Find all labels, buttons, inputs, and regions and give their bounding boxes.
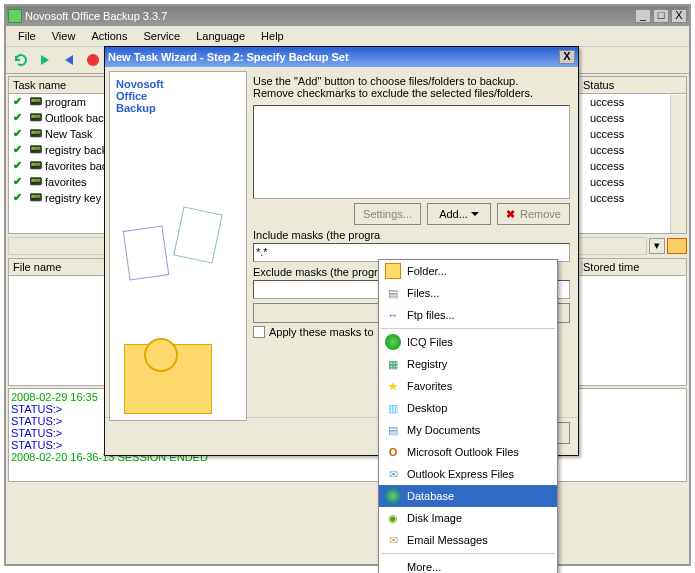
instruction-text: Use the "Add" button to choose files/fol… <box>253 75 570 99</box>
scrollbar[interactable] <box>670 95 686 233</box>
check-icon: ✔ <box>13 175 27 189</box>
title-bar: Novosoft Office Backup 3.3.7 _ □ X <box>6 6 689 26</box>
menu-ftp[interactable]: Ftp files... <box>379 304 557 326</box>
menu-mydoc[interactable]: My Documents <box>379 419 557 441</box>
dialog-title-bar: New Task Wizard - Step 2: Specify Backup… <box>105 47 578 67</box>
stop-icon[interactable] <box>82 49 104 71</box>
menu-label: Microsoft Outlook Files <box>407 446 519 458</box>
menu-label: ICQ Files <box>407 336 453 348</box>
fav-icon <box>385 378 401 394</box>
menu-label: Favorites <box>407 380 452 392</box>
menu-language[interactable]: Language <box>188 28 253 44</box>
disk-icon <box>385 510 401 526</box>
desk-icon <box>385 400 401 416</box>
menu-file[interactable]: File <box>10 28 44 44</box>
include-label: Include masks (the progra <box>253 229 570 241</box>
pager-icon: 📟 <box>29 175 43 189</box>
col-taskname[interactable]: Task name <box>13 79 105 91</box>
menu-fav[interactable]: Favorites <box>379 375 557 397</box>
ftp-icon <box>385 307 401 323</box>
menu-disk[interactable]: Disk Image <box>379 507 557 529</box>
paper-icon <box>173 206 223 263</box>
add-button[interactable]: Add... <box>427 203 491 225</box>
files-icon <box>385 285 401 301</box>
check-icon: ✔ <box>13 143 27 157</box>
menu-desk[interactable]: Desktop <box>379 397 557 419</box>
pager-icon: 📟 <box>29 143 43 157</box>
brand-text: Novosoft Office Backup <box>110 72 246 120</box>
check-icon: ✔ <box>13 159 27 173</box>
icq-icon <box>385 334 401 350</box>
menu-label: Disk Image <box>407 512 462 524</box>
menu-reg[interactable]: Registry <box>379 353 557 375</box>
check-icon: ✔ <box>13 127 27 141</box>
menu-label: Database <box>407 490 454 502</box>
check-icon: ✔ <box>13 191 27 205</box>
paper-icon <box>123 225 170 280</box>
dialog-title: New Task Wizard - Step 2: Specify Backup… <box>108 51 557 63</box>
menu-view[interactable]: View <box>44 28 84 44</box>
dialog-close-button[interactable]: X <box>559 50 575 64</box>
task-status: uccess <box>590 160 682 172</box>
forward-icon[interactable] <box>34 49 56 71</box>
branding-panel: Novosoft Office Backup <box>109 71 247 421</box>
mydoc-icon <box>385 422 401 438</box>
backup-set-list[interactable] <box>253 105 570 199</box>
folder-icon <box>385 263 401 279</box>
refresh-icon[interactable] <box>10 49 32 71</box>
menu-label: Outlook Express Files <box>407 468 514 480</box>
email-icon <box>385 532 401 548</box>
settings-button[interactable]: Settings... <box>354 203 421 225</box>
task-status: uccess <box>590 192 682 204</box>
menu-files[interactable]: Files... <box>379 282 557 304</box>
remove-button[interactable]: ✖Remove <box>497 203 570 225</box>
window-title: Novosoft Office Backup 3.3.7 <box>25 10 633 22</box>
maximize-button[interactable]: □ <box>653 9 669 23</box>
close-button[interactable]: X <box>671 9 687 23</box>
check-icon: ✔ <box>13 95 27 109</box>
menu-label: Files... <box>407 287 439 299</box>
menu-more[interactable]: More... <box>379 556 557 573</box>
menu-database[interactable]: Database <box>379 485 557 507</box>
chevron-down-icon <box>471 212 479 220</box>
menu-label: Email Messages <box>407 534 488 546</box>
back-icon[interactable] <box>58 49 80 71</box>
menu-oexpress[interactable]: Outlook Express Files <box>379 463 557 485</box>
pager-icon: 📟 <box>29 127 43 141</box>
task-status: uccess <box>590 96 682 108</box>
menu-icq[interactable]: ICQ Files <box>379 331 557 353</box>
pager-icon: 📟 <box>29 111 43 125</box>
menu-folder[interactable]: Folder... <box>379 260 557 282</box>
menu-service[interactable]: Service <box>135 28 188 44</box>
menu-email[interactable]: Email Messages <box>379 529 557 551</box>
col-storedtime[interactable]: Stored time <box>582 261 682 273</box>
menu-bar: File View Actions Service Language Help <box>6 26 689 47</box>
pager-icon: 📟 <box>29 191 43 205</box>
menu-outlook[interactable]: Microsoft Outlook Files <box>379 441 557 463</box>
db-icon <box>385 488 401 504</box>
menu-help[interactable]: Help <box>253 28 292 44</box>
check-icon: ✔ <box>13 111 27 125</box>
oexpress-icon <box>385 466 401 482</box>
svg-point-0 <box>87 54 99 66</box>
checkbox-icon <box>253 326 265 338</box>
minimize-button[interactable]: _ <box>635 9 651 23</box>
menu-label: Desktop <box>407 402 447 414</box>
folder-button[interactable] <box>667 238 687 254</box>
menu-separator <box>381 553 555 554</box>
menu-actions[interactable]: Actions <box>83 28 135 44</box>
add-dropdown-menu: Folder...Files...Ftp files... ICQ FilesR… <box>378 259 558 573</box>
pager-icon: 📟 <box>29 95 43 109</box>
task-status: uccess <box>590 128 682 140</box>
blank-icon <box>385 559 401 573</box>
reg-icon <box>385 356 401 372</box>
dropdown-toggle[interactable]: ▾ <box>649 238 665 254</box>
col-status[interactable]: Status <box>582 79 682 91</box>
menu-label: My Documents <box>407 424 480 436</box>
task-status: uccess <box>590 176 682 188</box>
menu-label: Folder... <box>407 265 447 277</box>
smiley-icon <box>144 338 178 372</box>
menu-label: Registry <box>407 358 447 370</box>
app-icon <box>8 9 22 23</box>
menu-separator <box>381 328 555 329</box>
